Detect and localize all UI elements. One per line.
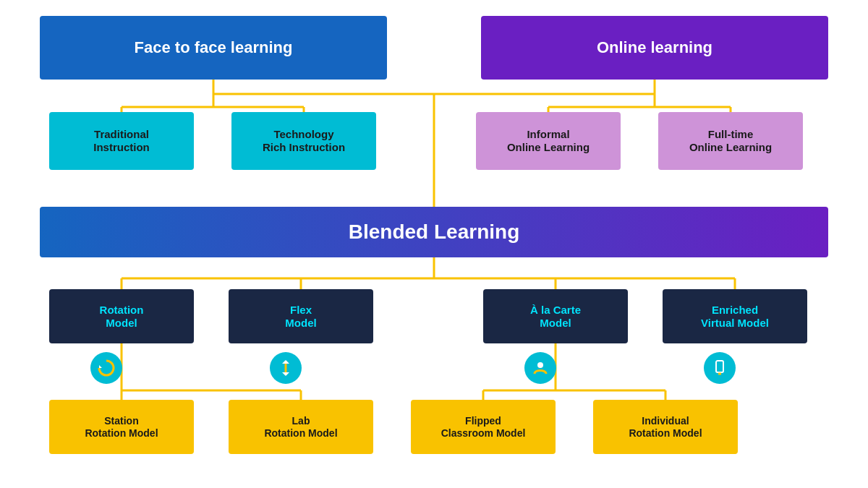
lab-rotation-label: Lab Rotation Model: [264, 415, 337, 440]
diagram: Face to face learning Online learning Tr…: [0, 0, 868, 488]
fulltime-online-node: Full-time Online Learning: [658, 112, 803, 170]
individual-rotation-node: Individual Rotation Model: [593, 400, 738, 454]
traditional-node: Traditional Instruction: [49, 112, 194, 170]
svg-rect-31: [716, 361, 723, 372]
flex-icon: [270, 352, 302, 384]
lab-rotation-node: Lab Rotation Model: [229, 400, 373, 454]
svg-marker-26: [99, 365, 102, 368]
rotation-model-node: Rotation Model: [49, 289, 194, 343]
flex-model-node: Flex Model: [229, 289, 373, 343]
face-to-face-label: Face to face learning: [135, 38, 293, 57]
station-rotation-node: Station Rotation Model: [49, 400, 194, 454]
flex-label: Flex Model: [285, 304, 316, 330]
online-learning-node: Online learning: [481, 16, 828, 80]
flipped-classroom-node: Flipped Classroom Model: [411, 400, 556, 454]
alacarte-model-node: À la Carte Model: [483, 289, 628, 343]
informal-online-label: Informal Online Learning: [507, 128, 590, 154]
alacarte-label: À la Carte Model: [530, 304, 581, 330]
face-to-face-node: Face to face learning: [40, 16, 387, 80]
blended-learning-node: Blended Learning: [40, 207, 828, 257]
informal-online-node: Informal Online Learning: [476, 112, 621, 170]
rotation-icon: [90, 352, 122, 384]
online-learning-label: Online learning: [597, 38, 712, 57]
individual-rotation-label: Individual Rotation Model: [629, 415, 702, 440]
tech-rich-node: Technology Rich Instruction: [231, 112, 376, 170]
rotation-label: Rotation Model: [100, 304, 144, 330]
enriched-icon: [704, 352, 736, 384]
station-rotation-label: Station Rotation Model: [85, 415, 158, 440]
tech-rich-label: Technology Rich Instruction: [263, 128, 345, 154]
svg-marker-28: [282, 360, 289, 364]
enriched-label: Enriched Virtual Model: [701, 304, 769, 330]
svg-marker-29: [282, 372, 289, 376]
flipped-label: Flipped Classroom Model: [441, 415, 526, 440]
traditional-label: Traditional Instruction: [93, 128, 150, 154]
fulltime-online-label: Full-time Online Learning: [689, 128, 772, 154]
alacarte-icon: [524, 352, 556, 384]
svg-point-30: [537, 362, 543, 368]
blended-label: Blended Learning: [349, 220, 519, 244]
enriched-model-node: Enriched Virtual Model: [663, 289, 807, 343]
